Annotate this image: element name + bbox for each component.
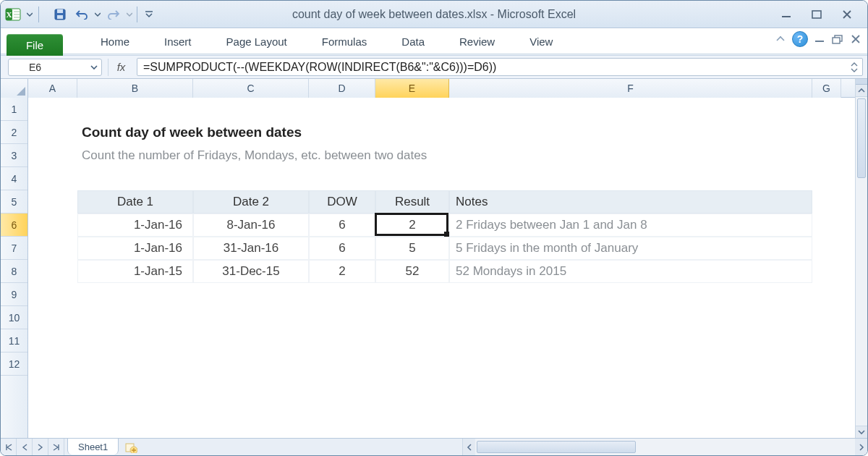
scroll-down-button[interactable] [856, 426, 867, 438]
row-header-8[interactable]: 8 [1, 260, 27, 283]
excel-logo: X [4, 5, 22, 24]
doc-minimize-button[interactable] [814, 35, 825, 43]
doc-restore-button[interactable] [831, 34, 844, 44]
svg-rect-8 [57, 15, 63, 19]
formula-input[interactable]: =SUMPRODUCT(--(WEEKDAY(ROW(INDIRECT(B6&"… [137, 58, 863, 76]
scroll-left-button[interactable] [463, 439, 475, 455]
dropdown-icon[interactable] [25, 5, 34, 24]
svg-text:X: X [7, 10, 12, 19]
qat-customize-icon[interactable] [144, 5, 154, 24]
svg-rect-14 [833, 38, 840, 43]
ribbon-minimize-icon[interactable] [775, 34, 786, 44]
column-header-g[interactable]: G [812, 79, 841, 98]
cell-d7[interactable]: 6 [309, 237, 375, 260]
hdr-date2[interactable]: Date 2 [193, 190, 309, 214]
select-all-button[interactable] [1, 79, 28, 98]
scroll-up-button[interactable] [856, 85, 867, 97]
hdr-result[interactable]: Result [375, 190, 449, 214]
tab-data[interactable]: Data [384, 31, 442, 54]
formula-text: =SUMPRODUCT(--(WEEKDAY(ROW(INDIRECT(B6&"… [143, 61, 496, 74]
sheet-tab[interactable]: Sheet1 [67, 438, 119, 455]
scroll-right-button[interactable] [855, 439, 867, 455]
cell-c7[interactable]: 31-Jan-16 [193, 237, 309, 260]
new-sheet-button[interactable] [122, 439, 140, 455]
split-handle[interactable] [856, 79, 867, 85]
cell-subtitle[interactable]: Count the number of Fridays, Mondays, et… [77, 144, 728, 167]
cell-b8[interactable]: 1-Jan-15 [77, 260, 193, 283]
redo-dropdown-icon[interactable] [125, 5, 134, 24]
row-header-7[interactable]: 7 [1, 237, 27, 260]
fx-icon[interactable]: fx [108, 59, 134, 76]
undo-button[interactable] [72, 5, 92, 24]
tab-insert[interactable]: Insert [147, 31, 209, 54]
tab-view[interactable]: View [512, 31, 570, 54]
help-button[interactable]: ? [792, 31, 808, 47]
cell-f7[interactable]: 5 Fridays in the month of January [449, 237, 812, 260]
cell-b7[interactable]: 1-Jan-16 [77, 237, 193, 260]
column-header-b[interactable]: B [77, 79, 193, 98]
hdr-dow[interactable]: DOW [309, 190, 375, 214]
sheet-nav-last[interactable] [48, 439, 64, 455]
column-header-c[interactable]: C [193, 79, 309, 98]
name-box[interactable]: E6 [8, 59, 102, 76]
cell-e8[interactable]: 52 [375, 260, 449, 283]
tab-formulas[interactable]: Formulas [305, 31, 385, 54]
tab-page-layout[interactable]: Page Layout [209, 31, 305, 54]
sheet-nav-prev[interactable] [17, 439, 33, 455]
close-button[interactable] [837, 7, 857, 22]
window-controls [776, 7, 863, 22]
cell-f8[interactable]: 52 Mondays in 2015 [449, 260, 812, 283]
svg-rect-7 [57, 9, 63, 13]
cell-title[interactable]: Count day of week between dates [77, 121, 656, 144]
maximize-button[interactable] [807, 7, 827, 22]
ribbon-tabs: File Home Insert Page Layout Formulas Da… [1, 28, 867, 54]
column-header-a[interactable]: A [28, 79, 77, 98]
cell-c6[interactable]: 8-Jan-16 [193, 214, 309, 237]
sheet-tab-bar: Sheet1 [1, 438, 867, 455]
row-header-5[interactable]: 5 [1, 190, 27, 214]
row-header-6[interactable]: 6 [1, 214, 27, 237]
cell-d6[interactable]: 6 [309, 214, 375, 237]
name-box-value: E6 [29, 62, 41, 73]
svg-rect-11 [812, 11, 821, 18]
name-box-dropdown-icon[interactable] [90, 62, 98, 73]
row-header-1[interactable]: 1 [1, 98, 27, 121]
column-header-f[interactable]: F [449, 79, 812, 98]
redo-button[interactable] [103, 5, 124, 24]
row-header-4[interactable]: 4 [1, 167, 27, 190]
scroll-thumb[interactable] [857, 98, 866, 178]
row-header-10[interactable]: 10 [1, 306, 27, 329]
row-header-2[interactable]: 2 [1, 121, 27, 144]
hscroll-thumb[interactable] [477, 441, 636, 453]
spreadsheet-grid[interactable]: ABCDEFG 123456789101112 Count day of wee… [1, 79, 867, 438]
cell-f6[interactable]: 2 Fridays between Jan 1 and Jan 8 [449, 214, 812, 237]
row-header-12[interactable]: 12 [1, 352, 27, 376]
cell-d8[interactable]: 2 [309, 260, 375, 283]
cell-e7[interactable]: 5 [375, 237, 449, 260]
undo-dropdown-icon[interactable] [93, 5, 102, 24]
column-header-e[interactable]: E [375, 79, 449, 98]
app-window: X count day of [0, 0, 868, 456]
quick-access-toolbar [50, 5, 154, 24]
doc-close-button[interactable] [850, 34, 861, 44]
row-header-3[interactable]: 3 [1, 144, 27, 167]
vertical-scrollbar[interactable] [855, 79, 867, 438]
row-header-9[interactable]: 9 [1, 283, 27, 306]
minimize-button[interactable] [776, 7, 796, 22]
sheet-nav-next[interactable] [33, 439, 48, 455]
file-tab[interactable]: File [7, 34, 63, 56]
formula-expand-icon[interactable] [849, 61, 859, 74]
cell-c8[interactable]: 31-Dec-15 [193, 260, 309, 283]
save-button[interactable] [50, 5, 70, 24]
cell-b6[interactable]: 1-Jan-16 [77, 214, 193, 237]
hdr-notes[interactable]: Notes [449, 190, 812, 214]
sheet-name: Sheet1 [78, 442, 108, 452]
hdr-date1[interactable]: Date 1 [77, 190, 193, 214]
cell-e6[interactable]: 2 [375, 214, 449, 237]
column-header-d[interactable]: D [309, 79, 375, 98]
horizontal-scrollbar[interactable] [462, 439, 867, 455]
tab-home[interactable]: Home [83, 31, 147, 54]
sheet-nav-first[interactable] [1, 439, 17, 455]
tab-review[interactable]: Review [442, 31, 512, 54]
row-header-11[interactable]: 11 [1, 329, 27, 352]
